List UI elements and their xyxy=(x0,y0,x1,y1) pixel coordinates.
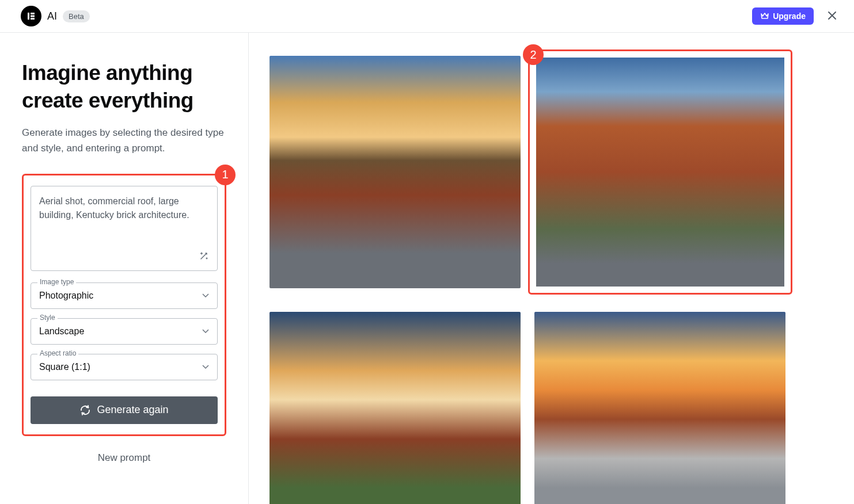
generate-again-button[interactable]: Generate again xyxy=(31,396,218,424)
generated-image-4[interactable] xyxy=(534,312,785,504)
crown-icon xyxy=(760,12,769,20)
refresh-icon xyxy=(79,404,91,416)
close-button[interactable] xyxy=(824,7,840,25)
chevron-down-icon xyxy=(202,365,209,369)
upgrade-label: Upgrade xyxy=(773,12,806,21)
page-subtitle: Generate images by selecting the desired… xyxy=(22,125,226,156)
elementor-logo xyxy=(21,6,41,26)
aspect-ratio-select[interactable]: Square (1:1) xyxy=(31,354,218,380)
sidebar-panel: Imagine anything create everything Gener… xyxy=(0,33,249,504)
image-type-value: Photographic xyxy=(39,291,93,301)
upgrade-button[interactable]: Upgrade xyxy=(752,7,814,25)
elementor-logo-icon xyxy=(26,12,36,21)
aspect-ratio-value: Square (1:1) xyxy=(39,362,90,372)
main-content: Imagine anything create everything Gener… xyxy=(0,33,854,504)
title-line-2: create everything xyxy=(22,89,193,112)
header-right: Upgrade xyxy=(752,7,840,25)
header-left: AI Beta xyxy=(21,6,90,26)
app-header: AI Beta Upgrade xyxy=(0,0,854,33)
style-field: Style Landscape xyxy=(31,318,218,345)
svg-rect-2 xyxy=(31,16,35,17)
new-prompt-button[interactable]: New prompt xyxy=(98,452,151,464)
prompt-textarea-wrap xyxy=(31,186,218,273)
image-type-field: Image type Photographic xyxy=(31,282,218,309)
beta-badge: Beta xyxy=(63,10,90,22)
prompt-input[interactable] xyxy=(31,186,218,271)
image-gallery: 2 xyxy=(249,33,854,504)
image-placeholder xyxy=(270,56,521,288)
generated-image-1[interactable] xyxy=(270,56,521,288)
enhance-wand-icon[interactable] xyxy=(198,250,210,264)
aspect-ratio-field: Aspect ratio Square (1:1) xyxy=(31,354,218,380)
image-placeholder xyxy=(534,312,785,504)
aspect-ratio-label: Aspect ratio xyxy=(37,349,78,357)
chevron-down-icon xyxy=(202,329,209,334)
annotation-badge-1: 1 xyxy=(215,165,236,185)
style-value: Landscape xyxy=(39,326,84,337)
annotation-badge-2: 2 xyxy=(523,44,544,65)
chevron-down-icon xyxy=(202,293,209,298)
image-placeholder xyxy=(536,58,784,287)
close-icon xyxy=(826,10,838,21)
prompt-settings-box: 1 Image type Photographic xyxy=(22,174,226,436)
image-type-select[interactable]: Photographic xyxy=(31,282,218,309)
svg-rect-1 xyxy=(31,13,35,14)
selected-image-wrap: 2 xyxy=(534,56,785,295)
page-title: Imagine anything create everything xyxy=(22,59,226,114)
title-line-1: Imagine anything xyxy=(22,61,192,85)
svg-rect-3 xyxy=(31,18,35,20)
style-select[interactable]: Landscape xyxy=(31,318,218,345)
generated-image-3[interactable] xyxy=(270,312,521,504)
gallery-grid: 2 xyxy=(270,56,833,504)
image-type-label: Image type xyxy=(37,278,76,286)
generated-image-2[interactable] xyxy=(528,49,792,295)
logo-text: AI xyxy=(47,10,57,22)
image-placeholder xyxy=(270,312,521,504)
style-label: Style xyxy=(37,314,58,322)
svg-rect-0 xyxy=(28,13,29,20)
generate-again-label: Generate again xyxy=(97,404,168,416)
